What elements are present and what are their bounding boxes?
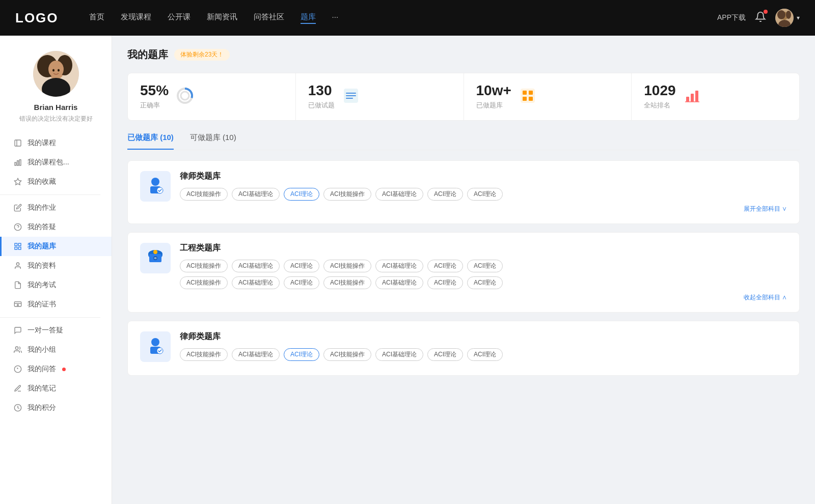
bar-chart-icon xyxy=(683,87,701,107)
expand-link-lawyer-1[interactable]: 展开全部科目 ∨ xyxy=(180,205,787,213)
qbank-header-lawyer-1: 律师类题库 ACI技能操作 ACI基础理论 ACI理论 ACI技能操作 ACI基… xyxy=(140,171,787,213)
nav-qa[interactable]: 问答社区 xyxy=(254,12,284,24)
nav-more[interactable]: ··· xyxy=(332,12,339,24)
tab-done-banks[interactable]: 已做题库 (10) xyxy=(127,133,174,150)
sidebar-item-exam[interactable]: 我的考试 xyxy=(0,275,112,295)
law2-tag-4[interactable]: ACI技能操作 xyxy=(323,348,371,361)
note-icon xyxy=(13,384,22,393)
nav-home[interactable]: 首页 xyxy=(89,12,104,24)
law2-tag-2[interactable]: ACI基础理论 xyxy=(232,348,280,361)
tab-available-banks[interactable]: 可做题库 (10) xyxy=(190,133,236,150)
trial-badge: 体验剩余23天！ xyxy=(174,49,230,61)
eng-tag-13[interactable]: ACI理论 xyxy=(427,276,463,289)
sidebar-item-tutor[interactable]: 一对一答疑 xyxy=(0,321,112,340)
stat-banks-value: 10w+ xyxy=(476,83,511,98)
svg-rect-23 xyxy=(15,247,17,249)
tags-row-engineer-1: ACI技能操作 ACI基础理论 ACI理论 ACI技能操作 ACI基础理论 AC… xyxy=(180,260,787,272)
nav-open-course[interactable]: 公开课 xyxy=(168,12,191,24)
sidebar-item-question-bank[interactable]: 我的题库 xyxy=(0,237,112,256)
sidebar-item-points[interactable]: 我的积分 xyxy=(0,398,112,417)
list-icon xyxy=(342,87,360,107)
stat-done-questions: 130 已做试题 xyxy=(296,73,464,120)
eng-tag-6[interactable]: ACI理论 xyxy=(427,260,463,272)
stat-ranking: 1029 全站排名 xyxy=(632,73,799,120)
grid-icon xyxy=(13,242,22,251)
svg-point-10 xyxy=(48,61,64,78)
sidebar-menu: 我的课程 我的课程包... 我的收藏 我的作业 xyxy=(0,133,112,417)
stat-ranking-label: 全站排名 xyxy=(644,101,675,110)
svg-rect-39 xyxy=(346,98,353,99)
eng-tag-11[interactable]: ACI技能操作 xyxy=(323,276,371,289)
qbank-title-engineer: 工程类题库 xyxy=(180,243,787,254)
sidebar-item-qa[interactable]: 我的答疑 xyxy=(0,217,112,237)
qbank-info-lawyer-1: 律师类题库 ACI技能操作 ACI基础理论 ACI理论 ACI技能操作 ACI基… xyxy=(180,171,787,213)
question-circle-icon xyxy=(13,222,22,232)
tag-aci-theory-2[interactable]: ACI理论 xyxy=(427,188,463,201)
sidebar-item-my-qa[interactable]: 我的问答 xyxy=(0,359,112,379)
qa-icon xyxy=(13,365,22,374)
law2-tag-1[interactable]: ACI技能操作 xyxy=(180,348,228,361)
svg-point-29 xyxy=(15,347,18,349)
qbank-header-lawyer-2: 律师类题库 ACI技能操作 ACI基础理论 ACI理论 ACI技能操作 ACI基… xyxy=(140,331,787,365)
svg-point-3 xyxy=(777,10,785,19)
sidebar-item-certificate[interactable]: 我的证书 xyxy=(0,295,112,314)
sidebar-item-profile[interactable]: 我的资料 xyxy=(0,256,112,275)
page-header: 我的题库 体验剩余23天！ xyxy=(127,48,800,62)
pie-chart-icon xyxy=(176,87,194,107)
notification-dot xyxy=(764,10,768,14)
tag-aci-theory-3[interactable]: ACI理论 xyxy=(467,188,503,201)
law2-tag-5[interactable]: ACI基础理论 xyxy=(375,348,423,361)
eng-tag-5[interactable]: ACI基础理论 xyxy=(375,260,423,272)
tag-aci-skill-1[interactable]: ACI技能操作 xyxy=(180,188,228,201)
notification-bell[interactable] xyxy=(755,11,766,24)
user-avatar-nav[interactable]: ▾ xyxy=(775,9,800,27)
nav-news[interactable]: 新闻资讯 xyxy=(207,12,237,24)
tag-aci-basic-1[interactable]: ACI基础理论 xyxy=(232,188,280,201)
nav-question-bank[interactable]: 题库 xyxy=(301,12,316,24)
app-download-button[interactable]: APP下载 xyxy=(717,13,746,22)
tags-row-engineer-2: ACI技能操作 ACI基础理论 ACI理论 ACI技能操作 ACI基础理论 AC… xyxy=(180,276,787,289)
eng-tag-12[interactable]: ACI基础理论 xyxy=(375,276,423,289)
star-icon xyxy=(13,177,22,186)
collapse-link-engineer[interactable]: 收起全部科目 ∧ xyxy=(180,293,787,302)
eng-tag-4[interactable]: ACI技能操作 xyxy=(323,260,371,272)
svg-rect-13 xyxy=(15,140,21,146)
sidebar-item-group[interactable]: 我的小组 xyxy=(0,340,112,359)
lawyer-icon-wrap xyxy=(140,171,171,202)
eng-tag-9[interactable]: ACI基础理论 xyxy=(232,276,280,289)
tag-aci-basic-2[interactable]: ACI基础理论 xyxy=(375,188,423,201)
eng-tag-8[interactable]: ACI技能操作 xyxy=(180,276,228,289)
eng-tag-7[interactable]: ACI理论 xyxy=(467,260,503,272)
nav-right: APP下载 ▾ xyxy=(717,9,800,27)
svg-rect-37 xyxy=(346,93,356,94)
law2-tag-7[interactable]: ACI理论 xyxy=(467,348,503,361)
stat-accuracy: 55% 正确率 xyxy=(128,73,296,120)
grid-stat-icon xyxy=(519,87,537,107)
user-icon xyxy=(13,261,22,270)
eng-tag-1[interactable]: ACI技能操作 xyxy=(180,260,228,272)
stat-done-text: 130 已做试题 xyxy=(308,83,335,110)
stats-row: 55% 正确率 130 已做试题 xyxy=(127,73,800,121)
tags-row-lawyer-1: ACI技能操作 ACI基础理论 ACI理论 ACI技能操作 ACI基础理论 AC… xyxy=(180,188,787,201)
qbank-card-lawyer-1: 律师类题库 ACI技能操作 ACI基础理论 ACI理论 ACI技能操作 ACI基… xyxy=(127,160,800,224)
svg-rect-43 xyxy=(523,97,527,101)
eng-tag-10[interactable]: ACI理论 xyxy=(284,276,319,289)
profile-motto: 错误的决定比没有决定要好 xyxy=(14,115,98,123)
nav-discover[interactable]: 发现课程 xyxy=(121,12,151,24)
sidebar-item-courses[interactable]: 我的课程 xyxy=(0,133,112,153)
sidebar-item-notes[interactable]: 我的笔记 xyxy=(0,379,112,398)
sidebar-item-homework[interactable]: 我的作业 xyxy=(0,198,112,217)
profile-avatar xyxy=(33,51,79,97)
tag-aci-skill-2[interactable]: ACI技能操作 xyxy=(323,188,371,201)
sidebar-item-course-package[interactable]: 我的课程包... xyxy=(0,153,112,172)
eng-tag-14[interactable]: ACI理论 xyxy=(467,276,503,289)
score-icon xyxy=(13,403,22,412)
law2-tag-active[interactable]: ACI理论 xyxy=(284,348,319,361)
qbank-title-lawyer-1: 律师类题库 xyxy=(180,171,787,182)
eng-tag-3[interactable]: ACI理论 xyxy=(284,260,319,272)
logo: LOGO xyxy=(15,10,59,26)
law2-tag-6[interactable]: ACI理论 xyxy=(427,348,463,361)
sidebar-item-favorites[interactable]: 我的收藏 xyxy=(0,172,112,191)
eng-tag-2[interactable]: ACI基础理论 xyxy=(232,260,280,272)
tag-aci-theory-active[interactable]: ACI理论 xyxy=(284,188,319,201)
